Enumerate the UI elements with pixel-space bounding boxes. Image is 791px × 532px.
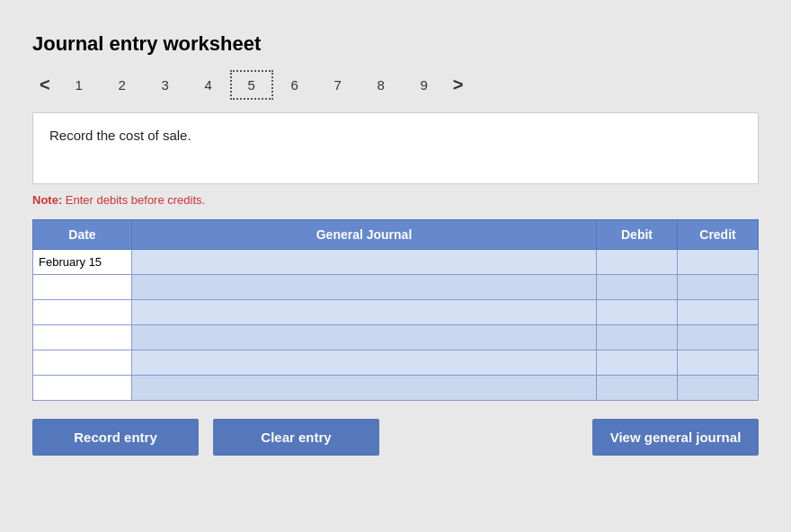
header-credit: Credit <box>678 220 759 250</box>
credit-input-2[interactable] <box>678 275 758 299</box>
general-cell-5[interactable] <box>132 350 597 376</box>
debit-cell-6[interactable] <box>597 376 678 401</box>
header-general-journal: General Journal <box>132 220 597 250</box>
header-date: Date <box>33 220 132 250</box>
nav-next-button[interactable]: > <box>446 71 471 99</box>
debit-cell-4[interactable] <box>597 325 678 350</box>
general-input-2[interactable] <box>132 275 596 299</box>
date-cell-6[interactable] <box>33 376 132 401</box>
debit-cell-1[interactable] <box>597 250 678 275</box>
date-cell-3[interactable] <box>33 300 132 325</box>
table-row: February 15 <box>33 250 759 275</box>
debit-cell-3[interactable] <box>597 300 678 325</box>
debit-input-4[interactable] <box>597 325 677 350</box>
clear-entry-button[interactable]: Clear entry <box>213 419 379 456</box>
note-label: Note: <box>32 193 62 207</box>
nav-item-2[interactable]: 2 <box>101 72 144 98</box>
date-cell-2[interactable] <box>33 275 132 300</box>
header-debit: Debit <box>597 220 678 250</box>
credit-input-1[interactable] <box>678 250 758 274</box>
date-cell-5[interactable] <box>33 350 132 376</box>
instruction-text: Record the cost of sale. <box>49 128 191 143</box>
nav-item-3[interactable]: 3 <box>144 72 187 98</box>
table-row <box>33 300 759 325</box>
general-input-5[interactable] <box>132 350 596 375</box>
nav-item-9[interactable]: 9 <box>403 72 446 98</box>
date-cell-4[interactable] <box>33 325 132 350</box>
note-text: Note: Enter debits before credits. <box>32 193 759 207</box>
date-input-5[interactable] <box>39 354 126 371</box>
date-input-4[interactable] <box>39 329 126 346</box>
table-row <box>33 350 759 376</box>
general-cell-4[interactable] <box>132 325 597 350</box>
debit-input-1[interactable] <box>597 250 677 274</box>
nav-bar: < 1 2 3 4 5 6 7 8 9 > <box>32 70 759 100</box>
debit-input-5[interactable] <box>597 350 677 375</box>
nav-item-7[interactable]: 7 <box>316 72 360 98</box>
nav-item-4[interactable]: 4 <box>187 72 230 98</box>
nav-item-5[interactable]: 5 <box>230 70 273 100</box>
table-row <box>33 376 759 401</box>
journal-table: Date General Journal Debit Credit Februa… <box>32 219 759 401</box>
page-title: Journal entry worksheet <box>32 32 759 56</box>
date-input-3[interactable] <box>39 304 126 321</box>
credit-input-3[interactable] <box>678 300 758 324</box>
general-cell-6[interactable] <box>132 376 597 401</box>
general-cell-2[interactable] <box>132 275 597 300</box>
note-body: Enter debits before credits. <box>62 193 205 207</box>
credit-cell-4[interactable] <box>678 325 759 350</box>
debit-cell-2[interactable] <box>597 275 678 300</box>
instruction-box: Record the cost of sale. <box>32 112 759 184</box>
table-row <box>33 275 759 300</box>
credit-cell-3[interactable] <box>678 300 759 325</box>
view-general-journal-button[interactable]: View general journal <box>592 419 759 456</box>
nav-item-1[interactable]: 1 <box>58 72 101 98</box>
credit-input-6[interactable] <box>678 376 758 400</box>
buttons-row: Record entry Clear entry View general jo… <box>32 419 759 456</box>
main-container: Journal entry worksheet < 1 2 3 4 5 6 7 … <box>18 18 773 470</box>
credit-input-4[interactable] <box>678 325 758 350</box>
nav-prev-button[interactable]: < <box>32 71 58 99</box>
general-input-6[interactable] <box>132 376 596 400</box>
debit-cell-5[interactable] <box>597 350 678 376</box>
credit-cell-1[interactable] <box>678 250 759 275</box>
general-input-3[interactable] <box>132 300 596 324</box>
general-input-1[interactable] <box>132 250 596 274</box>
date-input-2[interactable] <box>39 279 126 296</box>
credit-cell-2[interactable] <box>678 275 759 300</box>
general-input-4[interactable] <box>132 325 596 350</box>
credit-cell-6[interactable] <box>678 376 759 401</box>
record-entry-button[interactable]: Record entry <box>32 419 199 456</box>
nav-item-6[interactable]: 6 <box>273 72 316 98</box>
table-row <box>33 325 759 350</box>
credit-cell-5[interactable] <box>678 350 759 376</box>
nav-item-8[interactable]: 8 <box>360 72 403 98</box>
general-cell-1[interactable] <box>132 250 597 275</box>
debit-input-2[interactable] <box>597 275 677 299</box>
date-input-6[interactable] <box>39 379 126 396</box>
credit-input-5[interactable] <box>678 350 758 375</box>
date-cell-1: February 15 <box>33 250 132 275</box>
general-cell-3[interactable] <box>132 300 597 325</box>
debit-input-3[interactable] <box>597 300 677 324</box>
debit-input-6[interactable] <box>597 376 677 400</box>
